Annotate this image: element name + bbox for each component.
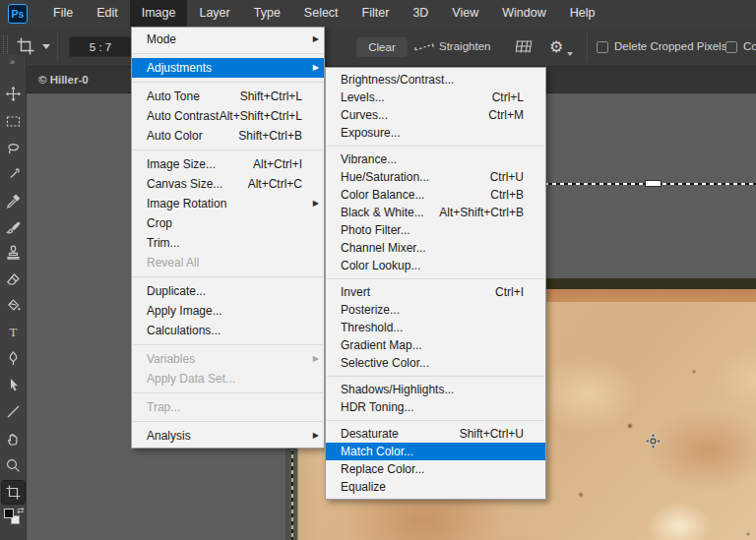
chevron-down-icon[interactable] — [42, 44, 50, 49]
menubar-item-type[interactable]: Type — [242, 0, 292, 27]
menubar-item-select[interactable]: Select — [292, 0, 350, 27]
menu-item-label: Gradient Map... — [341, 338, 422, 352]
menu-item-color-lookup[interactable]: Color Lookup... — [326, 257, 545, 274]
brush-tool-icon[interactable] — [2, 216, 25, 239]
menu-bar: Ps FileEditImageLayerTypeSelectFilter3DV… — [0, 0, 756, 27]
menu-item-auto-contrast[interactable]: Auto ContrastAlt+Shift+Ctrl+L — [132, 106, 324, 126]
menubar-item-image[interactable]: Image — [130, 0, 188, 27]
menu-item-label: Replace Color... — [341, 462, 424, 476]
menu-item-label: Brightness/Contrast... — [341, 73, 454, 87]
menubar-item-file[interactable]: File — [41, 0, 85, 27]
menu-item-image-rotation[interactable]: Image Rotation▶ — [132, 194, 324, 213]
menu-item-selective-color[interactable]: Selective Color... — [326, 354, 545, 372]
straighten-button[interactable]: Straighten — [439, 27, 490, 67]
menu-item-equalize[interactable]: Equalize — [326, 478, 545, 496]
marquee-tool-icon[interactable] — [2, 110, 25, 133]
paint-bucket-tool-icon[interactable] — [2, 294, 25, 317]
menu-separator — [327, 146, 544, 147]
menu-item-photo-filter[interactable]: Photo Filter... — [326, 221, 545, 239]
divider — [587, 31, 588, 62]
menu-item-calculations[interactable]: Calculations... — [132, 321, 324, 340]
menu-item-threshold[interactable]: Threshold... — [326, 319, 545, 336]
menubar-item-layer[interactable]: Layer — [187, 0, 241, 27]
gear-icon[interactable]: ⚙ — [549, 27, 563, 67]
type-tool-icon[interactable]: T — [2, 321, 25, 343]
color-swatches[interactable]: ⇄ — [3, 508, 25, 527]
eraser-tool-icon[interactable] — [2, 269, 25, 291]
menu-item-vibrance[interactable]: Vibrance... — [326, 150, 545, 168]
menu-item-hue-saturation[interactable]: Hue/Saturation...Ctrl+U — [326, 168, 545, 186]
menu-item-brightness-contrast[interactable]: Brightness/Contrast... — [326, 71, 545, 89]
menu-item-label: Channel Mixer... — [341, 241, 426, 255]
menubar-item-filter[interactable]: Filter — [350, 0, 402, 27]
menu-item-invert[interactable]: InvertCtrl+I — [326, 283, 545, 301]
menu-item-label: Threshold... — [341, 321, 403, 334]
overlay-grid-icon[interactable] — [516, 39, 533, 58]
menu-item-analysis[interactable]: Analysis▶ — [132, 426, 324, 446]
pen-tool-icon[interactable] — [2, 347, 25, 370]
menubar-item-help[interactable]: Help — [558, 0, 607, 27]
menu-item-match-color[interactable]: Match Color... — [326, 443, 545, 460]
crop-handle-top-center[interactable] — [645, 180, 662, 187]
menu-item-auto-color[interactable]: Auto ColorShift+Ctrl+B — [132, 126, 324, 146]
crop-pivot-crosshair[interactable] — [644, 432, 662, 450]
menu-item-levels[interactable]: Levels...Ctrl+L — [326, 89, 545, 106]
submenu-arrow-icon: ▶ — [313, 199, 319, 208]
menubar-item-edit[interactable]: Edit — [85, 0, 130, 27]
menu-item-trim[interactable]: Trim... — [132, 233, 324, 253]
menu-separator — [133, 344, 323, 345]
move-tool-icon[interactable] — [2, 83, 25, 105]
menu-item-label: Duplicate... — [147, 284, 206, 298]
foreground-color-swatch[interactable] — [4, 509, 14, 518]
straighten-icon[interactable] — [413, 39, 435, 57]
menu-item-label: Curves... — [341, 108, 388, 122]
document-tab[interactable]: © Hiller-0 — [38, 67, 89, 93]
clear-button[interactable]: Clear — [356, 37, 408, 57]
menu-item-canvas-size[interactable]: Canvas Size...Alt+Ctrl+C — [132, 174, 324, 194]
menu-item-apply-image[interactable]: Apply Image... — [132, 301, 324, 321]
menu-item-exposure[interactable]: Exposure... — [326, 124, 545, 142]
menubar-item-window[interactable]: Window — [490, 0, 557, 27]
zoom-tool-icon[interactable] — [2, 454, 25, 477]
menu-item-mode[interactable]: Mode▶ — [132, 30, 324, 49]
menu-item-label: Canvas Size... — [147, 177, 222, 191]
menu-item-label: Calculations... — [147, 324, 220, 337]
menubar-item-view[interactable]: View — [440, 0, 490, 27]
menu-item-adjustments[interactable]: Adjustments▶ — [132, 58, 324, 78]
menu-item-crop[interactable]: Crop — [132, 213, 324, 233]
menu-item-channel-mixer[interactable]: Channel Mixer... — [326, 239, 545, 257]
menu-item-hdr-toning[interactable]: HDR Toning... — [326, 398, 545, 416]
menu-item-image-size[interactable]: Image Size...Alt+Ctrl+I — [132, 154, 324, 174]
menu-item-posterize[interactable]: Posterize... — [326, 301, 545, 319]
crop-tool-icon[interactable] — [2, 481, 25, 504]
swap-colors-icon[interactable]: ⇄ — [17, 506, 25, 515]
menu-item-label: Image Size... — [147, 157, 216, 171]
collapse-panel-button[interactable]: » — [0, 57, 26, 67]
clone-stamp-tool-icon[interactable] — [2, 242, 25, 265]
menu-item-replace-color[interactable]: Replace Color... — [326, 460, 545, 478]
menu-item-duplicate[interactable]: Duplicate... — [132, 281, 324, 301]
crop-tool-icon[interactable] — [15, 35, 36, 57]
menu-separator — [133, 421, 323, 422]
magic-wand-tool-icon[interactable] — [2, 163, 25, 186]
menu-item-black-white[interactable]: Black & White...Alt+Shift+Ctrl+B — [326, 204, 545, 221]
menu-item-shortcut: Ctrl+L — [492, 90, 537, 104]
delete-cropped-pixels-checkbox[interactable] — [597, 41, 608, 53]
crop-ratio-field[interactable]: 5 : 7 — [69, 36, 132, 57]
menu-item-label: Variables — [147, 352, 195, 366]
eyedropper-tool-icon[interactable] — [2, 190, 25, 212]
menu-item-gradient-map[interactable]: Gradient Map... — [326, 336, 545, 354]
menu-item-shadows-highlights[interactable]: Shadows/Highlights... — [326, 381, 545, 398]
hand-tool-icon[interactable] — [2, 428, 25, 450]
line-tool-icon[interactable] — [2, 400, 25, 423]
menu-item-desaturate[interactable]: DesaturateShift+Ctrl+U — [326, 425, 545, 443]
menu-item-curves[interactable]: Curves...Ctrl+M — [326, 106, 545, 124]
menu-item-auto-tone[interactable]: Auto ToneShift+Ctrl+L — [132, 87, 324, 106]
menubar-item-3d[interactable]: 3D — [401, 0, 440, 27]
content-aware-checkbox[interactable] — [725, 41, 737, 53]
lasso-tool-icon[interactable] — [2, 137, 25, 159]
menu-item-label: Auto Tone — [147, 90, 200, 103]
menu-separator — [133, 392, 323, 393]
path-select-tool-icon[interactable] — [2, 374, 25, 396]
menu-item-color-balance[interactable]: Color Balance...Ctrl+B — [326, 186, 545, 204]
